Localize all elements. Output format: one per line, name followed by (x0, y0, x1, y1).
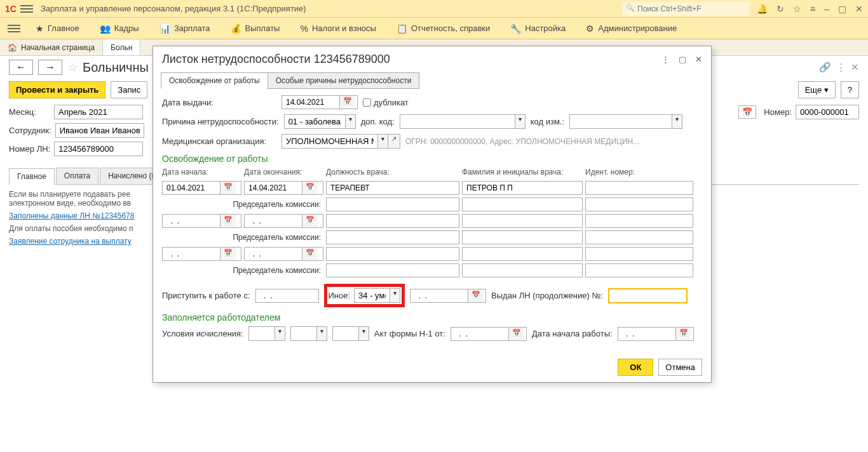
doctor2-input[interactable] (462, 214, 583, 228)
chair-name1[interactable] (462, 197, 583, 211)
chair-pos2[interactable] (326, 230, 459, 244)
cond2-input[interactable] (291, 327, 316, 340)
menu-hr[interactable]: 👥Кадры (90, 23, 149, 34)
chevron-down-icon[interactable]: ▾ (345, 115, 355, 128)
doctor1-input[interactable] (462, 181, 583, 195)
calendar-icon[interactable]: 📅 (220, 215, 236, 227)
favorite-icon[interactable]: ☆ (67, 60, 78, 74)
more-icon[interactable]: ⋮ (836, 62, 846, 73)
ln-input[interactable] (54, 142, 143, 156)
start1-input[interactable] (163, 182, 220, 194)
chair-name3[interactable] (462, 263, 583, 277)
chevron-down-icon[interactable]: ▾ (358, 327, 369, 340)
chevron-down-icon[interactable]: ▾ (275, 327, 285, 340)
position2-input[interactable] (326, 214, 459, 228)
menu-taxes[interactable]: %Налоги и взносы (290, 23, 386, 34)
link-ln-data[interactable]: Заполнены данные ЛН №12345678 (9, 211, 134, 220)
calendar-icon[interactable]: 📅 (220, 248, 236, 260)
chair-name2[interactable] (462, 230, 583, 244)
calendar-icon[interactable]: 📅 (738, 105, 756, 119)
burger-menu-icon[interactable] (20, 3, 33, 15)
filter-icon[interactable]: ≡ (810, 4, 815, 14)
calendar-icon[interactable]: 📅 (302, 248, 318, 260)
help-button[interactable]: ? (841, 81, 859, 98)
chair-id2[interactable] (585, 230, 693, 244)
modal-close-icon[interactable]: ✕ (695, 55, 702, 64)
position1-input[interactable] (326, 181, 459, 195)
chevron-down-icon[interactable]: ▾ (316, 327, 327, 340)
number-input[interactable] (796, 105, 859, 119)
ident1-input[interactable] (585, 181, 693, 195)
act-date-input[interactable] (451, 328, 508, 340)
duplicate-checkbox[interactable] (363, 98, 371, 107)
menu-salary[interactable]: 📊Зарплата (149, 23, 220, 34)
month-input[interactable] (54, 105, 143, 119)
ident2-input[interactable] (585, 214, 693, 228)
chevron-down-icon[interactable]: ▾ (672, 115, 682, 128)
calendar-icon[interactable]: 📅 (468, 289, 484, 302)
menu-admin[interactable]: ⚙Администрирование (576, 23, 687, 34)
workstart-date-input[interactable] (618, 328, 675, 340)
tab-start[interactable]: 🏠Начальная страница (0, 39, 103, 55)
cond3-input[interactable] (333, 327, 358, 340)
cont-number-input[interactable] (608, 288, 688, 303)
chair-id3[interactable] (585, 263, 693, 277)
calendar-icon[interactable]: 📅 (220, 182, 236, 194)
inner-tab-payment[interactable]: Оплата (56, 168, 98, 184)
cancel-button[interactable]: Отмена (658, 359, 702, 376)
open-icon[interactable]: ↗ (388, 135, 400, 148)
bell-icon[interactable]: 🔔 (757, 4, 768, 14)
employee-input[interactable] (55, 123, 144, 138)
history-icon[interactable]: ↻ (776, 4, 784, 14)
medorg-input[interactable] (282, 135, 377, 148)
start3-input[interactable] (163, 248, 220, 260)
back-button[interactable]: ← (9, 60, 33, 75)
link-application[interactable]: Заявление сотрудника на выплату (9, 237, 132, 246)
menu-payments[interactable]: 💰Выплаты (220, 23, 290, 34)
chair-pos3[interactable] (326, 263, 459, 277)
search-input[interactable] (622, 2, 749, 16)
ident3-input[interactable] (585, 247, 693, 261)
addcode-input[interactable] (400, 115, 515, 128)
other-date-input[interactable] (410, 289, 468, 302)
calendar-icon[interactable]: 📅 (302, 215, 318, 227)
end2-input[interactable] (245, 215, 302, 227)
chair-id1[interactable] (585, 197, 693, 211)
modal-maximize-icon[interactable]: ▢ (679, 55, 686, 64)
chair-pos1[interactable] (326, 197, 459, 211)
calendar-icon[interactable]: 📅 (675, 328, 691, 340)
calendar-icon[interactable]: 📅 (339, 96, 355, 109)
end3-input[interactable] (245, 248, 302, 260)
tab-sickleave[interactable]: Больн (103, 39, 140, 55)
link-icon[interactable]: 🔗 (819, 62, 831, 73)
modal-tab-reasons[interactable]: Особые причины нетрудоспособности (268, 72, 420, 89)
menu-collapse-icon[interactable] (8, 22, 20, 35)
forward-button[interactable]: → (38, 60, 62, 75)
position3-input[interactable] (326, 247, 459, 261)
end1-input[interactable] (245, 182, 302, 194)
chevron-down-icon[interactable]: ▾ (377, 135, 388, 148)
maximize-icon[interactable]: ▢ (838, 4, 846, 14)
menu-settings[interactable]: 🔧Настройка (500, 23, 576, 34)
calendar-icon[interactable]: 📅 (302, 182, 318, 194)
modal-tab-release[interactable]: Освобождение от работы (161, 72, 268, 89)
modal-more-icon[interactable]: ⋮ (661, 55, 670, 64)
close-page-icon[interactable]: ✕ (851, 62, 859, 73)
write-button[interactable]: Запис (111, 81, 147, 98)
menu-reports[interactable]: 📋Отчетность, справки (386, 23, 500, 34)
commit-button[interactable]: Провести и закрыть (9, 81, 105, 98)
start2-input[interactable] (163, 215, 220, 227)
chevron-down-icon[interactable]: ▾ (390, 289, 400, 302)
minimize-icon[interactable]: – (824, 4, 829, 14)
calendar-icon[interactable]: 📅 (508, 328, 524, 340)
cond1-input[interactable] (249, 327, 275, 340)
menu-main[interactable]: ★Главное (25, 23, 90, 34)
doctor3-input[interactable] (462, 247, 583, 261)
changecode-input[interactable] (570, 115, 672, 128)
issue-date-input[interactable] (282, 96, 339, 109)
star-icon[interactable]: ☆ (793, 4, 801, 14)
return-date-input[interactable] (256, 289, 302, 302)
reason-input[interactable] (285, 115, 345, 128)
ok-button[interactable]: ОК (618, 359, 653, 376)
inner-tab-main[interactable]: Главное (9, 168, 55, 185)
